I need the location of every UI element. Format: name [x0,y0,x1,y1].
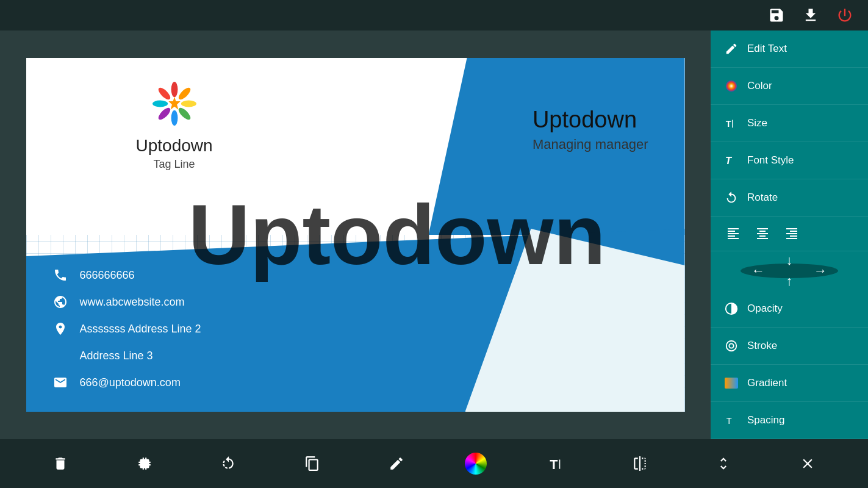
contact-phone: 666666666 [51,265,201,285]
website-icon [51,292,70,312]
color-button[interactable]: Color [711,68,868,105]
copy-button[interactable] [297,448,328,479]
size-icon: T [723,115,740,132]
svg-text:T: T [725,155,733,166]
edit-pencil-button[interactable] [381,448,412,479]
right-title: Managing manager [533,137,648,152]
text-size-button[interactable]: T [540,448,571,479]
color-icon [723,77,740,95]
svg-point-4 [176,106,192,121]
align-right-button[interactable] [781,225,802,242]
address3-text: Address Line 3 [80,350,153,362]
svg-point-16 [729,343,733,348]
edit-text-icon [723,40,740,57]
opacity-icon [723,300,740,317]
address-text: Asssssss Address Line 2 [80,323,201,336]
svg-marker-9 [168,97,180,110]
contact-website: www.abcwebsite.com [51,292,201,312]
logo-image [147,76,202,131]
edit-text-label: Edit Text [747,43,787,55]
stroke-icon [723,337,740,354]
logo-tagline: Tag Line [154,158,195,171]
save-icon[interactable] [766,4,787,26]
size-button[interactable]: T Size [711,105,868,142]
contact-address3: Address Line 3 [51,346,201,365]
svg-rect-17 [725,378,738,389]
svg-point-3 [181,101,196,107]
color-label: Color [747,80,772,92]
contact-address: Asssssss Address Line 2 [51,319,201,339]
bottom-toolbar: T [0,439,868,488]
edit-text-button[interactable]: Edit Text [711,30,868,68]
svg-text:T: T [726,119,731,129]
align-center-button[interactable] [752,225,773,242]
font-style-label: Font Style [747,154,794,167]
svg-point-10 [726,81,737,92]
svg-point-2 [176,86,192,101]
website-text: www.abcwebsite.com [80,296,185,309]
gradient-icon [723,375,740,392]
svg-point-15 [726,341,737,351]
stroke-button[interactable]: Stroke [711,328,868,365]
svg-point-5 [171,110,178,126]
contact-info: 666666666 www.abcwebsite.com Asssssss Ad… [51,265,201,400]
rotate-icon [723,189,740,206]
nav-left-button[interactable]: ← [749,262,767,280]
email-text: 666@uptodown.com [80,376,181,389]
main-area: Uptodown Tag Line Uptodown Managing mana… [0,30,868,439]
phone-text: 666666666 [80,269,135,282]
svg-text:T: T [726,416,732,426]
top-bar [0,0,868,30]
nav-up-button[interactable]: ↑ [780,272,798,290]
gradient-button[interactable]: Gradient [711,365,868,402]
svg-point-8 [156,86,171,101]
expand-button[interactable] [708,448,739,479]
right-panel: Edit Text Color [711,30,868,439]
right-company-name: Uptodown [533,107,648,133]
delete-button[interactable] [45,448,76,479]
spacing-button[interactable]: T Spacing [711,402,868,439]
flip-button[interactable] [625,448,655,479]
svg-text:T: T [550,457,558,472]
address3-icon [51,346,70,365]
rotate-left-button[interactable] [213,448,243,479]
logo-company-name: Uptodown [136,136,213,156]
power-icon[interactable] [834,4,856,26]
business-card[interactable]: Uptodown Tag Line Uptodown Managing mana… [26,58,685,412]
right-text-area: Uptodown Managing manager [533,107,648,152]
rotate-button[interactable]: Rotate [711,179,868,217]
spacing-label: Spacing [747,414,784,426]
font-style-button[interactable]: T Font Style [711,142,868,179]
svg-point-7 [152,101,168,107]
gradient-label: Gradient [747,377,787,389]
nav-right-button[interactable]: → [811,262,830,280]
color-picker-button[interactable] [465,453,487,475]
opacity-label: Opacity [747,303,783,315]
align-left-button[interactable] [723,225,744,242]
align-row [711,217,868,251]
nav-down-button[interactable]: ↓ [780,251,798,270]
canvas-area[interactable]: Uptodown Tag Line Uptodown Managing mana… [0,30,711,439]
size-label: Size [747,117,767,129]
svg-point-1 [171,82,178,97]
opacity-button[interactable]: Opacity [711,290,868,328]
font-style-icon: T [723,152,740,169]
rotate-right-button[interactable] [129,448,160,479]
logo-area: Uptodown Tag Line [136,76,213,171]
address-icon [51,319,70,339]
contact-email: 666@uptodown.com [51,373,201,392]
download-icon[interactable] [800,4,822,26]
rotate-label: Rotate [747,192,778,204]
nav-circle: ↑ ↓ ← → [741,264,838,278]
spacing-icon: T [723,412,740,429]
phone-icon [51,265,70,285]
svg-point-6 [156,106,171,121]
stroke-label: Stroke [747,340,777,352]
email-icon [51,373,70,392]
close-button[interactable] [792,448,823,479]
